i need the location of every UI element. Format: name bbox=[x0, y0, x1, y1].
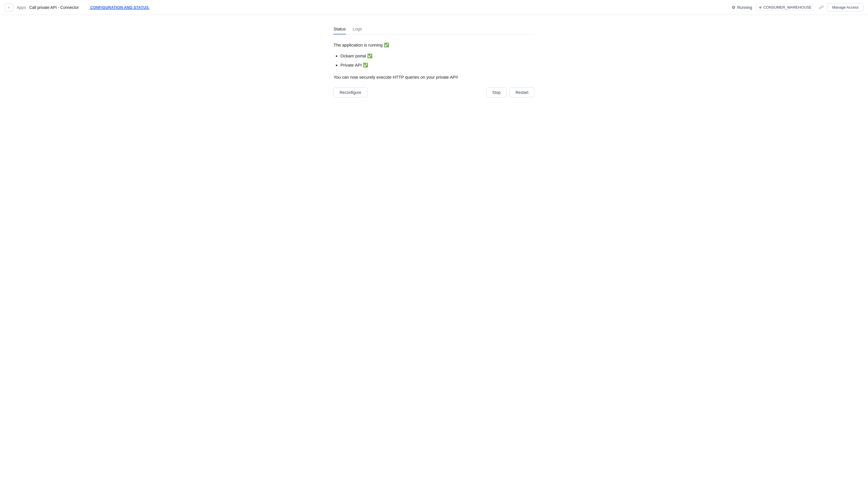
status-list: Ockam portal ✅ Private API ✅ bbox=[333, 53, 535, 68]
list-item: Ockam portal ✅ bbox=[341, 53, 535, 58]
tab-status[interactable]: Status bbox=[333, 26, 346, 34]
running-badge: ⚙ Running bbox=[731, 5, 752, 10]
restart-button[interactable]: Restart bbox=[510, 88, 535, 97]
warehouse-label: CONSUMER_WAREHOUSE bbox=[763, 5, 812, 9]
header: ‹ Apps Call private API - Connector CONF… bbox=[0, 0, 868, 15]
back-button[interactable]: ‹ bbox=[5, 3, 13, 12]
running-label: Running bbox=[737, 5, 752, 10]
stop-button[interactable]: Stop bbox=[486, 88, 506, 97]
action-buttons: Reconfigure Stop Restart bbox=[333, 88, 535, 97]
reconfigure-button[interactable]: Reconfigure bbox=[333, 88, 367, 97]
breadcrumb-apps[interactable]: Apps bbox=[17, 5, 26, 10]
inner-tabs: Status Logs bbox=[333, 26, 535, 34]
manage-access-button[interactable]: Manage Access bbox=[827, 3, 863, 11]
header-left: ‹ Apps Call private API - Connector CONF… bbox=[5, 3, 150, 12]
main-content: Status Logs The application is running ✅… bbox=[0, 15, 868, 109]
header-right: ⚙ Running CONSUMER_WAREHOUSE ☍ Manage Ac… bbox=[731, 3, 863, 11]
warehouse-badge[interactable]: CONSUMER_WAREHOUSE bbox=[755, 4, 815, 11]
shield-icon[interactable]: ☍ bbox=[819, 4, 824, 10]
tab-nav: CONFIGURATION AND STATUS bbox=[89, 5, 150, 9]
tab-configuration-status[interactable]: CONFIGURATION AND STATUS bbox=[89, 5, 150, 9]
running-icon: ⚙ bbox=[731, 5, 736, 10]
warehouse-dot-icon bbox=[759, 6, 762, 8]
tab-logs[interactable]: Logs bbox=[353, 26, 362, 34]
content-container: Status Logs The application is running ✅… bbox=[333, 26, 535, 97]
execute-text: You can now securely execute HTTP querie… bbox=[333, 75, 535, 79]
list-item: Private API ✅ bbox=[341, 63, 535, 68]
status-running-text: The application is running ✅ bbox=[333, 43, 535, 48]
breadcrumb-current: Call private API - Connector bbox=[29, 5, 79, 10]
btn-right-group: Stop Restart bbox=[486, 88, 535, 97]
status-content: The application is running ✅ Ockam porta… bbox=[333, 43, 535, 97]
